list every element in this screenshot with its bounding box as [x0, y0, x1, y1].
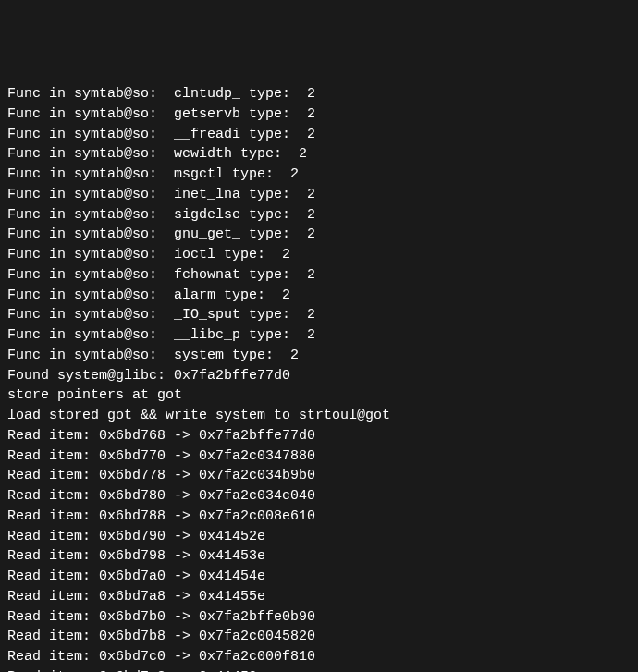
terminal-line: Read item: 0x6bd768 -> 0x7fa2bffe77d0 [7, 426, 631, 446]
terminal-line: Read item: 0x6bd778 -> 0x7fa2c034b9b0 [7, 466, 631, 486]
terminal-line: store pointers at got [7, 385, 631, 406]
terminal-line: Func in symtab@so: __libc_p type: 2 [7, 325, 631, 346]
terminal-line: Func in symtab@so: __freadi type: 2 [7, 125, 631, 145]
terminal-line: Func in symtab@so: sigdelse type: 2 [7, 205, 631, 226]
terminal-line: Func in symtab@so: _IO_sput type: 2 [7, 305, 631, 325]
terminal-line: Read item: 0x6bd7b0 -> 0x7fa2bffe0b90 [7, 607, 631, 628]
terminal-line: Func in symtab@so: fchownat type: 2 [7, 265, 631, 286]
terminal-line: Read item: 0x6bd7a8 -> 0x41455e [7, 587, 631, 607]
terminal-line: Func in symtab@so: ioctl type: 2 [7, 245, 631, 265]
terminal-line: Read item: 0x6bd788 -> 0x7fa2c008e610 [7, 507, 631, 527]
terminal-line: Read item: 0x6bd790 -> 0x41452e [7, 527, 631, 547]
terminal-line: Read item: 0x6bd798 -> 0x41453e [7, 546, 631, 567]
terminal-line: Read item: 0x6bd7b8 -> 0x7fa2c0045820 [7, 627, 631, 647]
terminal-line: Func in symtab@so: gnu_get_ type: 2 [7, 225, 631, 245]
terminal-line: Read item: 0x6bd7c0 -> 0x7fa2c000f810 [7, 647, 631, 667]
terminal-line: Func in symtab@so: clntudp_ type: 2 [7, 84, 631, 104]
terminal-line: Read item: 0x6bd780 -> 0x7fa2c034c040 [7, 486, 631, 507]
terminal-line: Read item: 0x6bd7c8 -> 0x41459e [7, 667, 631, 672]
terminal-line: Func in symtab@so: wcwidth type: 2 [7, 144, 631, 165]
terminal-output: Func in symtab@so: clntudp_ type: 2Func … [7, 84, 631, 672]
terminal-line: Func in symtab@so: msgctl type: 2 [7, 165, 631, 185]
terminal-line: Func in symtab@so: getservb type: 2 [7, 104, 631, 125]
terminal-line: load stored got && write system to strto… [7, 406, 631, 426]
terminal-line: Func in symtab@so: system type: 2 [7, 346, 631, 366]
terminal-line: Found system@glibc: 0x7fa2bffe77d0 [7, 366, 631, 386]
terminal-line: Func in symtab@so: alarm type: 2 [7, 286, 631, 306]
terminal-line: Func in symtab@so: inet_lna type: 2 [7, 185, 631, 205]
terminal-line: Read item: 0x6bd770 -> 0x7fa2c0347880 [7, 446, 631, 467]
terminal-line: Read item: 0x6bd7a0 -> 0x41454e [7, 567, 631, 587]
